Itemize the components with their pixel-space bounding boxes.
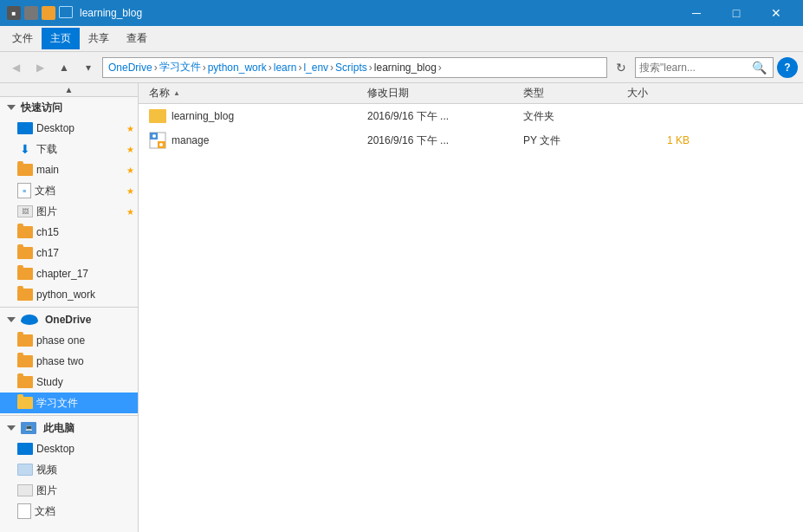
menubar: 文件 主页 共享 查看 <box>0 26 803 52</box>
col-date-header[interactable]: 修改日期 <box>367 86 523 101</box>
close-button[interactable]: ✕ <box>756 0 796 26</box>
sidebar-label-phase-two: phase two <box>36 355 84 367</box>
pc-desktop-icon <box>17 443 33 455</box>
sidebar-item-desktop[interactable]: Desktop ★ <box>0 118 138 139</box>
phase-two-folder-icon <box>17 355 33 367</box>
sidebar-item-study[interactable]: Study <box>0 372 138 393</box>
breadcrumb-bar[interactable]: OneDrive › 学习文件 › python_work › learn › … <box>102 57 607 78</box>
titlebar-save-icon: ■ <box>7 6 21 20</box>
study-folder-icon <box>17 376 33 388</box>
sidebar-label-python-work: python_work <box>36 289 95 301</box>
pics-pin-icon: ★ <box>126 207 134 217</box>
col-name-header[interactable]: 名称 ▲ <box>142 86 367 101</box>
toolbar-right: ? <box>777 57 798 78</box>
search-input[interactable] <box>639 62 752 74</box>
sidebar-item-python-work[interactable]: python_work <box>0 284 138 305</box>
sidebar-item-pc-desktop[interactable]: Desktop <box>0 438 138 459</box>
file-name-cell-1: manage <box>142 132 367 149</box>
breadcrumb-onedrive[interactable]: OneDrive <box>108 62 152 74</box>
search-icon[interactable]: 🔍 <box>752 61 767 75</box>
titlebar-icon3 <box>59 6 73 18</box>
phase-one-folder-icon <box>17 334 33 347</box>
sidebar-label-study: Study <box>36 376 63 388</box>
help-button[interactable]: ? <box>777 57 798 78</box>
sidebar-item-pc-docs[interactable]: 文档 <box>0 501 138 522</box>
file-date-cell-1: 2016/9/16 下午 ... <box>367 133 523 148</box>
titlebar-folder-icon <box>42 6 55 20</box>
quick-access-label: 快速访问 <box>21 101 62 115</box>
breadcrumb-python-work[interactable]: python_work <box>208 62 267 74</box>
window-controls: ─ □ ✕ <box>677 0 796 26</box>
refresh-button[interactable]: ↻ <box>611 57 631 78</box>
file-type-cell-1: PY 文件 <box>523 133 627 148</box>
menu-view[interactable]: 查看 <box>118 28 156 49</box>
file-date-0: 2016/9/16 下午 ... <box>367 110 449 122</box>
scroll-up-icon: ▲ <box>65 86 74 94</box>
sidebar-item-pc-video[interactable]: 视频 <box>0 459 138 480</box>
sidebar-item-learn-files[interactable]: 学习文件 <box>0 393 138 413</box>
sidebar-item-chapter17[interactable]: chapter_17 <box>0 263 138 284</box>
maximize-button[interactable]: □ <box>716 0 756 26</box>
breadcrumb-scripts[interactable]: Scripts <box>335 62 367 74</box>
menu-file[interactable]: 文件 <box>3 28 42 49</box>
download-icon: ⬇ <box>17 143 33 155</box>
titlebar-file-icons: ■ <box>7 6 73 20</box>
sidebar-scroll-up[interactable]: ▲ <box>0 83 138 97</box>
docs-icon: ≡ <box>17 183 31 198</box>
col-type-header[interactable]: 类型 <box>523 86 627 101</box>
sidebar-item-download[interactable]: ⬇ 下载 ★ <box>0 139 138 159</box>
sidebar-item-ch17[interactable]: ch17 <box>0 243 138 263</box>
sidebar-label-ch15: ch15 <box>36 226 59 238</box>
onedrive-cloud-icon <box>21 315 38 325</box>
video-icon <box>17 464 33 476</box>
breadcrumb-learn-files[interactable]: 学习文件 <box>159 60 201 75</box>
breadcrumb-lenv[interactable]: l_env <box>303 62 328 74</box>
back-button[interactable]: ◀ <box>5 57 26 78</box>
search-bar[interactable]: 🔍 <box>635 57 774 78</box>
py-file-icon-1 <box>149 132 166 149</box>
ch17-folder-icon <box>17 247 33 259</box>
sidebar-item-pc-pics[interactable]: 图片 <box>0 480 138 501</box>
sidebar-label-pc-pics: 图片 <box>36 483 57 498</box>
toolbar: ◀ ▶ ▲ ▾ OneDrive › 学习文件 › python_work › … <box>0 52 803 83</box>
table-row[interactable]: manage 2016/9/16 下午 ... PY 文件 1 KB <box>139 128 803 152</box>
sidebar-item-main[interactable]: main ★ <box>0 159 138 180</box>
sidebar-item-docs[interactable]: ≡ 文档 ★ <box>0 180 138 201</box>
onedrive-expand-icon <box>7 317 16 322</box>
sidebar-section-quick-access[interactable]: 快速访问 <box>0 97 138 118</box>
main-area: ▲ 快速访问 Desktop ★ ⬇ 下载 ★ main ★ ≡ <box>0 83 803 532</box>
file-type-1: PY 文件 <box>523 134 560 146</box>
breadcrumb-learn[interactable]: learn <box>274 62 297 74</box>
pc-expand-icon <box>7 425 16 431</box>
file-name-1: manage <box>172 134 209 146</box>
table-row[interactable]: learning_blog 2016/9/16 下午 ... 文件夹 <box>139 104 803 128</box>
sidebar-item-pics[interactable]: 🖼 图片 ★ <box>0 201 138 222</box>
col-size-header[interactable]: 大小 <box>627 86 696 101</box>
pics-icon: 🖼 <box>17 205 33 217</box>
sidebar-label-desktop: Desktop <box>36 122 74 134</box>
sidebar-section-onedrive[interactable]: OneDrive <box>0 309 138 330</box>
sidebar-label-chapter17: chapter_17 <box>36 268 88 280</box>
forward-button[interactable]: ▶ <box>29 57 50 78</box>
menu-home[interactable]: 主页 <box>42 28 80 49</box>
sidebar-label-ch17: ch17 <box>36 247 59 259</box>
sidebar-item-ch15[interactable]: ch15 <box>0 222 138 243</box>
learn-files-folder-icon <box>17 397 33 409</box>
sidebar-item-phase-two[interactable]: phase two <box>0 351 138 372</box>
file-list: learning_blog 2016/9/16 下午 ... 文件夹 <box>139 104 803 532</box>
recent-button[interactable]: ▾ <box>78 57 99 78</box>
sidebar-section-pc[interactable]: 💻 此电脑 <box>0 418 138 438</box>
file-size-cell-1: 1 KB <box>627 134 696 146</box>
pc-label: 此电脑 <box>43 421 74 436</box>
sidebar-item-phase-one[interactable]: phase one <box>0 330 138 351</box>
sidebar-label-phase-one: phase one <box>36 334 85 347</box>
minimize-button[interactable]: ─ <box>677 0 716 26</box>
desktop-pin-icon: ★ <box>126 124 134 133</box>
file-content: 名称 ▲ 修改日期 类型 大小 learning_blog <box>139 83 803 532</box>
file-date-cell-0: 2016/9/16 下午 ... <box>367 109 523 124</box>
sidebar-label-docs: 文档 <box>35 184 55 198</box>
pc-pics-icon <box>17 484 33 496</box>
up-button[interactable]: ▲ <box>54 57 74 78</box>
sort-icon: ▲ <box>173 89 180 97</box>
menu-share[interactable]: 共享 <box>80 28 118 49</box>
